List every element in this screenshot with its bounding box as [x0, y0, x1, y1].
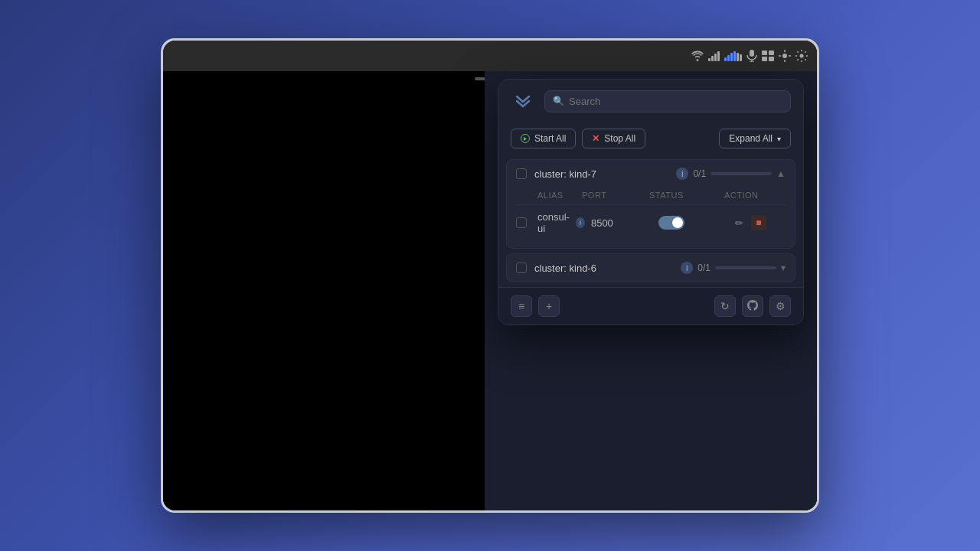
service-info-icon[interactable]: i [576, 217, 585, 228]
svg-point-7 [782, 54, 787, 58]
svg-point-12 [800, 54, 804, 58]
cluster-kind-7-info: i 0/1 ▲ [676, 168, 786, 180]
stop-x-icon: ✕ [592, 133, 599, 144]
bottom-bar: ≡ + ↻ [498, 287, 803, 324]
table-header: ALIAS PORT STATUS ACTION [516, 187, 786, 205]
action-header: ACTION [724, 191, 786, 200]
config-button[interactable]: ⚙ [769, 295, 791, 317]
menu-icon: ≡ [518, 300, 524, 312]
github-icon [747, 300, 758, 313]
logo-icon [512, 90, 534, 112]
chevron-down-icon: ▾ [777, 135, 781, 143]
play-icon [521, 134, 530, 143]
app-header: 🔍 [498, 80, 803, 122]
cluster-kind-7-count: 0/1 [693, 168, 706, 179]
svg-rect-0 [750, 50, 754, 57]
status-toggle[interactable] [658, 216, 684, 230]
info-icon-6: i [681, 262, 693, 274]
cluster-kind-7-table: ALIAS PORT STATUS ACTION consul-ui i [507, 187, 795, 248]
layout-icon[interactable] [762, 51, 774, 61]
svg-rect-3 [762, 51, 767, 55]
status-cell [658, 216, 727, 230]
menu-button[interactable]: ≡ [511, 295, 532, 317]
svg-rect-6 [769, 57, 774, 61]
window-frame: 🔍 Start All [161, 38, 819, 513]
refresh-icon: ↻ [720, 300, 730, 312]
service-alias: consul-ui [537, 211, 571, 234]
start-all-button[interactable]: Start All [511, 129, 576, 148]
alias-header: ALIAS [537, 191, 576, 200]
mic-icon[interactable] [746, 50, 757, 62]
main-content: 🔍 Start All [163, 71, 817, 510]
start-all-label: Start All [534, 133, 566, 144]
action-bar: Start All ✕ Stop All Expand All ▾ [498, 122, 803, 155]
cluster-kind-6-name: cluster: kind-6 [534, 262, 673, 274]
cluster-kind-7-header[interactable]: cluster: kind-7 i 0/1 ▲ [507, 160, 795, 187]
cluster-kind-6-info: i 0/1 ▾ [681, 262, 786, 274]
bottom-right-actions: ↻ ⚙ [714, 295, 791, 317]
svg-rect-5 [762, 57, 767, 61]
service-consul-ui-checkbox[interactable] [516, 217, 527, 228]
svg-marker-13 [524, 137, 527, 141]
settings-icon[interactable] [795, 50, 808, 62]
cluster-kind-7-section: cluster: kind-7 i 0/1 ▲ [506, 159, 795, 249]
cluster-kind-6-section: cluster: kind-6 i 0/1 ▾ [506, 253, 795, 282]
add-icon: + [546, 300, 552, 312]
status-header: STATUS [649, 191, 718, 200]
refresh-button[interactable]: ↻ [714, 295, 736, 317]
port-cell: 8500 [591, 217, 652, 229]
expand-all-label: Expand All [729, 133, 773, 144]
cluster-kind-6-checkbox[interactable] [516, 262, 527, 273]
right-panel: 🔍 Start All [485, 71, 817, 510]
cluster-kind-7-checkbox[interactable] [516, 168, 527, 179]
progress-bar [710, 172, 772, 175]
search-input[interactable] [569, 96, 782, 107]
window-inner: 🔍 Start All [163, 41, 817, 510]
cluster-kind-6-header[interactable]: cluster: kind-6 i 0/1 ▾ [507, 254, 795, 282]
search-bar[interactable]: 🔍 [544, 90, 791, 112]
menu-bar-icons [691, 50, 808, 62]
github-button[interactable] [742, 295, 763, 317]
brightness-icon[interactable] [779, 50, 791, 62]
svg-rect-4 [769, 51, 774, 55]
toggle-knob [672, 217, 683, 228]
cluster-kind-6-count: 0/1 [697, 262, 710, 273]
signal-bars-icon [708, 51, 720, 61]
stop-all-label: Stop All [604, 133, 635, 144]
app-popup: 🔍 Start All [498, 79, 804, 325]
wifi-icon[interactable] [691, 51, 704, 61]
stop-all-button[interactable]: ✕ Stop All [582, 129, 645, 148]
progress-bar-6 [715, 266, 776, 269]
delete-button[interactable]: ■ [751, 215, 766, 230]
action-cell: ✏ ■ [733, 215, 795, 230]
alias-cell: consul-ui i [537, 211, 585, 234]
add-button[interactable]: + [538, 295, 560, 317]
edit-button[interactable]: ✏ [733, 216, 745, 230]
app-logo [511, 89, 535, 113]
left-panel [163, 71, 485, 510]
trash-icon: ■ [756, 217, 761, 228]
chevron-down-icon-6: ▾ [781, 262, 786, 273]
info-icon: i [676, 168, 688, 180]
search-icon: 🔍 [553, 96, 564, 106]
volume-bars-icon [724, 51, 742, 61]
expand-all-button[interactable]: Expand All ▾ [719, 129, 791, 148]
config-icon: ⚙ [776, 300, 786, 312]
cluster-kind-7-name: cluster: kind-7 [534, 168, 668, 180]
menu-bar [163, 41, 817, 71]
table-row: consul-ui i 8500 ✏ [516, 205, 786, 240]
port-header: PORT [582, 191, 643, 200]
chevron-up-icon: ▲ [776, 168, 786, 179]
